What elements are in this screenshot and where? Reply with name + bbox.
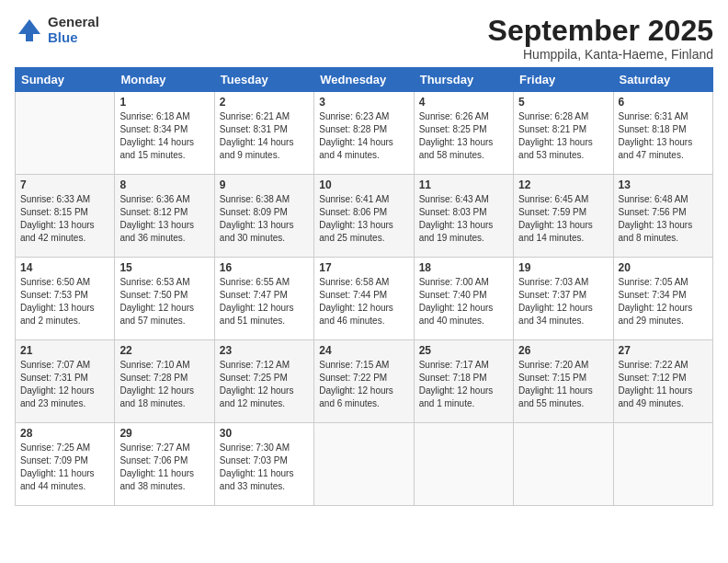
day-cell: 17Sunrise: 6:58 AM Sunset: 7:44 PM Dayli… bbox=[314, 258, 414, 340]
day-cell: 26Sunrise: 7:20 AM Sunset: 7:15 PM Dayli… bbox=[514, 340, 613, 423]
day-detail: Sunrise: 6:58 AM Sunset: 7:44 PM Dayligh… bbox=[319, 276, 408, 327]
day-number: 24 bbox=[319, 344, 408, 357]
day-cell: 5Sunrise: 6:28 AM Sunset: 8:21 PM Daylig… bbox=[514, 92, 613, 175]
day-detail: Sunrise: 7:20 AM Sunset: 7:15 PM Dayligh… bbox=[518, 359, 608, 410]
day-cell: 4Sunrise: 6:26 AM Sunset: 8:25 PM Daylig… bbox=[414, 92, 513, 175]
day-number: 27 bbox=[619, 344, 708, 357]
day-cell: 9Sunrise: 6:38 AM Sunset: 8:09 PM Daylig… bbox=[214, 175, 313, 258]
day-detail: Sunrise: 7:25 AM Sunset: 7:09 PM Dayligh… bbox=[20, 442, 109, 493]
day-number: 17 bbox=[319, 261, 408, 274]
day-number: 25 bbox=[419, 344, 508, 357]
day-cell: 27Sunrise: 7:22 AM Sunset: 7:12 PM Dayli… bbox=[613, 340, 712, 423]
week-row-3: 14Sunrise: 6:50 AM Sunset: 7:53 PM Dayli… bbox=[16, 258, 713, 340]
day-number: 8 bbox=[119, 178, 209, 191]
day-detail: Sunrise: 7:00 AM Sunset: 7:40 PM Dayligh… bbox=[419, 276, 508, 327]
day-detail: Sunrise: 6:38 AM Sunset: 8:09 PM Dayligh… bbox=[220, 193, 309, 245]
day-cell: 16Sunrise: 6:55 AM Sunset: 7:47 PM Dayli… bbox=[214, 258, 313, 340]
calendar-table: SundayMondayTuesdayWednesdayThursdayFrid… bbox=[15, 67, 713, 506]
header-cell-monday: Monday bbox=[115, 68, 214, 92]
day-detail: Sunrise: 7:15 AM Sunset: 7:22 PM Dayligh… bbox=[319, 359, 408, 410]
day-number: 26 bbox=[518, 344, 608, 357]
day-number: 14 bbox=[20, 261, 109, 274]
header-cell-thursday: Thursday bbox=[414, 68, 513, 92]
day-number: 7 bbox=[20, 178, 109, 191]
day-number: 15 bbox=[119, 261, 209, 274]
day-cell: 8Sunrise: 6:36 AM Sunset: 8:12 PM Daylig… bbox=[115, 175, 214, 258]
day-cell: 22Sunrise: 7:10 AM Sunset: 7:28 PM Dayli… bbox=[115, 340, 214, 423]
day-number: 16 bbox=[220, 261, 309, 274]
day-detail: Sunrise: 6:21 AM Sunset: 8:31 PM Dayligh… bbox=[220, 110, 309, 162]
day-cell: 20Sunrise: 7:05 AM Sunset: 7:34 PM Dayli… bbox=[613, 258, 712, 340]
day-number: 4 bbox=[419, 96, 508, 109]
header-cell-tuesday: Tuesday bbox=[214, 68, 313, 92]
day-number: 13 bbox=[619, 178, 708, 191]
header-cell-saturday: Saturday bbox=[613, 68, 712, 92]
day-detail: Sunrise: 7:27 AM Sunset: 7:06 PM Dayligh… bbox=[119, 442, 209, 493]
day-number: 22 bbox=[119, 344, 209, 357]
day-detail: Sunrise: 6:23 AM Sunset: 8:28 PM Dayligh… bbox=[319, 110, 408, 162]
subtitle: Humppila, Kanta-Haeme, Finland bbox=[488, 47, 713, 62]
week-row-1: 1Sunrise: 6:18 AM Sunset: 8:34 PM Daylig… bbox=[16, 92, 713, 175]
day-cell: 19Sunrise: 7:03 AM Sunset: 7:37 PM Dayli… bbox=[514, 258, 613, 340]
header-cell-friday: Friday bbox=[514, 68, 613, 92]
day-number: 28 bbox=[20, 427, 109, 440]
logo-icon bbox=[15, 16, 44, 45]
day-cell: 25Sunrise: 7:17 AM Sunset: 7:18 PM Dayli… bbox=[414, 340, 513, 423]
logo-general: General bbox=[48, 15, 99, 30]
day-cell: 1Sunrise: 6:18 AM Sunset: 8:34 PM Daylig… bbox=[115, 92, 214, 175]
svg-marker-0 bbox=[18, 19, 40, 41]
day-cell: 23Sunrise: 7:12 AM Sunset: 7:25 PM Dayli… bbox=[214, 340, 313, 423]
week-row-2: 7Sunrise: 6:33 AM Sunset: 8:15 PM Daylig… bbox=[16, 175, 713, 258]
day-cell bbox=[514, 423, 613, 506]
day-cell: 3Sunrise: 6:23 AM Sunset: 8:28 PM Daylig… bbox=[314, 92, 414, 175]
header-row: SundayMondayTuesdayWednesdayThursdayFrid… bbox=[16, 68, 713, 92]
logo: General Blue bbox=[15, 15, 99, 45]
day-number: 6 bbox=[619, 96, 708, 109]
day-detail: Sunrise: 7:12 AM Sunset: 7:25 PM Dayligh… bbox=[220, 359, 309, 410]
day-detail: Sunrise: 6:45 AM Sunset: 7:59 PM Dayligh… bbox=[518, 193, 608, 245]
day-cell bbox=[613, 423, 712, 506]
week-row-5: 28Sunrise: 7:25 AM Sunset: 7:09 PM Dayli… bbox=[16, 423, 713, 506]
day-detail: Sunrise: 6:31 AM Sunset: 8:18 PM Dayligh… bbox=[619, 110, 708, 162]
day-detail: Sunrise: 6:43 AM Sunset: 8:03 PM Dayligh… bbox=[419, 193, 508, 245]
day-number: 5 bbox=[518, 96, 608, 109]
day-cell bbox=[16, 92, 115, 175]
header-cell-wednesday: Wednesday bbox=[314, 68, 414, 92]
day-number: 1 bbox=[119, 96, 209, 109]
logo-text: General Blue bbox=[48, 15, 99, 45]
day-number: 2 bbox=[220, 96, 309, 109]
day-detail: Sunrise: 7:10 AM Sunset: 7:28 PM Dayligh… bbox=[119, 359, 209, 410]
month-title: September 2025 bbox=[488, 15, 713, 47]
day-cell: 18Sunrise: 7:00 AM Sunset: 7:40 PM Dayli… bbox=[414, 258, 513, 340]
day-cell bbox=[314, 423, 414, 506]
day-detail: Sunrise: 6:36 AM Sunset: 8:12 PM Dayligh… bbox=[119, 193, 209, 245]
day-detail: Sunrise: 6:41 AM Sunset: 8:06 PM Dayligh… bbox=[319, 193, 408, 245]
day-cell: 14Sunrise: 6:50 AM Sunset: 7:53 PM Dayli… bbox=[16, 258, 115, 340]
day-cell: 21Sunrise: 7:07 AM Sunset: 7:31 PM Dayli… bbox=[16, 340, 115, 423]
day-number: 3 bbox=[319, 96, 408, 109]
day-number: 23 bbox=[220, 344, 309, 357]
day-detail: Sunrise: 7:17 AM Sunset: 7:18 PM Dayligh… bbox=[419, 359, 508, 410]
title-block: September 2025 Humppila, Kanta-Haeme, Fi… bbox=[488, 15, 713, 62]
day-cell: 29Sunrise: 7:27 AM Sunset: 7:06 PM Dayli… bbox=[115, 423, 214, 506]
day-detail: Sunrise: 7:07 AM Sunset: 7:31 PM Dayligh… bbox=[20, 359, 109, 410]
day-cell: 6Sunrise: 6:31 AM Sunset: 8:18 PM Daylig… bbox=[613, 92, 712, 175]
day-number: 18 bbox=[419, 261, 508, 274]
day-cell: 7Sunrise: 6:33 AM Sunset: 8:15 PM Daylig… bbox=[16, 175, 115, 258]
day-cell: 11Sunrise: 6:43 AM Sunset: 8:03 PM Dayli… bbox=[414, 175, 513, 258]
logo-blue: Blue bbox=[48, 30, 99, 46]
page-header: General Blue September 2025 Humppila, Ka… bbox=[15, 15, 713, 62]
day-cell: 13Sunrise: 6:48 AM Sunset: 7:56 PM Dayli… bbox=[613, 175, 712, 258]
day-cell: 30Sunrise: 7:30 AM Sunset: 7:03 PM Dayli… bbox=[214, 423, 313, 506]
day-number: 21 bbox=[20, 344, 109, 357]
day-number: 10 bbox=[319, 178, 408, 191]
day-number: 19 bbox=[518, 261, 608, 274]
day-cell: 28Sunrise: 7:25 AM Sunset: 7:09 PM Dayli… bbox=[16, 423, 115, 506]
day-detail: Sunrise: 7:05 AM Sunset: 7:34 PM Dayligh… bbox=[619, 276, 708, 327]
day-cell: 2Sunrise: 6:21 AM Sunset: 8:31 PM Daylig… bbox=[214, 92, 313, 175]
week-row-4: 21Sunrise: 7:07 AM Sunset: 7:31 PM Dayli… bbox=[16, 340, 713, 423]
calendar-header: SundayMondayTuesdayWednesdayThursdayFrid… bbox=[16, 68, 713, 92]
day-number: 11 bbox=[419, 178, 508, 191]
day-detail: Sunrise: 7:03 AM Sunset: 7:37 PM Dayligh… bbox=[518, 276, 608, 327]
day-detail: Sunrise: 6:53 AM Sunset: 7:50 PM Dayligh… bbox=[119, 276, 209, 327]
